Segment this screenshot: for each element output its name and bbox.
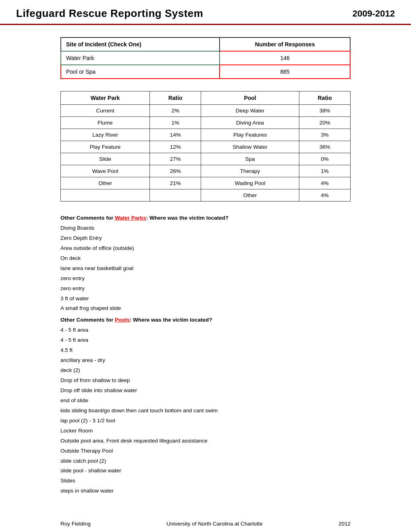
- pools-item: Locker Room: [60, 426, 351, 436]
- page-title: Lifeguard Rescue Reporting System: [16, 7, 203, 20]
- detail-cell: Slide: [61, 153, 150, 165]
- detail-cell: Play Feature: [61, 141, 150, 153]
- main-content: Site of Incident (Check One) Number of R…: [0, 25, 411, 505]
- pools-item: end of slide: [60, 396, 351, 405]
- footer-left: Roy Fielding: [60, 521, 91, 527]
- detail-cell: Other: [201, 189, 299, 202]
- water-parks-label: Other Comments for: [60, 215, 115, 221]
- detail-cell: 2%: [150, 105, 201, 117]
- detail-col-header: Water Park: [61, 91, 150, 105]
- detail-cell: 38%: [299, 105, 351, 117]
- pools-item: steps in shallow water: [60, 486, 351, 496]
- pools-item: slide catch pool (2): [60, 457, 351, 466]
- summary-table-body: Water Park146Pool or Spa885: [61, 51, 350, 79]
- detail-row: Wave Pool26%Therapy1%: [61, 165, 351, 177]
- detail-col-header: Ratio: [150, 91, 201, 105]
- pools-item: Drop of from shallow to deep: [60, 376, 351, 385]
- pools-item: Outside Therapy Pool: [60, 447, 351, 456]
- detail-row: Play Feature12%Shallow Water36%: [61, 141, 351, 153]
- detail-cell: Current: [61, 105, 150, 117]
- summary-row: Pool or Spa885: [61, 65, 350, 79]
- water-parks-item: Diving Boards: [60, 224, 351, 233]
- detail-cell: Lazy River: [61, 129, 150, 141]
- summary-col2-header: Number of Responses: [220, 37, 350, 51]
- water-parks-item: lane area near basketball goal: [60, 264, 351, 273]
- detail-cell: 0%: [299, 153, 351, 165]
- pools-item: kids sliding board/go down then cant tou…: [60, 406, 351, 416]
- detail-cell: 26%: [150, 165, 201, 177]
- water-parks-item: zero entry: [60, 284, 351, 293]
- page-header: Lifeguard Rescue Reporting System 2009-2…: [0, 0, 411, 25]
- detail-row: Flume1%Diving Area20%: [61, 117, 351, 129]
- water-parks-item: 3 ft of water: [60, 294, 351, 303]
- detail-row: Other21%Wading Pool4%: [61, 177, 351, 189]
- summary-site-cell: Water Park: [61, 51, 220, 65]
- detail-row: Current2%Deep Water38%: [61, 105, 351, 117]
- summary-row: Water Park146: [61, 51, 350, 65]
- detail-cell: 3%: [299, 129, 351, 141]
- detail-cell: 12%: [150, 141, 201, 153]
- footer-right: 2012: [338, 521, 351, 527]
- summary-site-cell: Pool or Spa: [61, 65, 220, 79]
- pools-suffix: : Where was the victim located?: [130, 317, 212, 323]
- detail-cell: Flume: [61, 117, 150, 129]
- water-parks-item: On deck: [60, 254, 351, 263]
- detail-cell: Therapy: [201, 165, 299, 177]
- detail-cell: [61, 189, 150, 202]
- detail-cell: 1%: [299, 165, 351, 177]
- detail-col-header: Ratio: [299, 91, 351, 105]
- detail-cell: 14%: [150, 129, 201, 141]
- water-parks-item: zero entry: [60, 274, 351, 283]
- detail-row: Lazy River14%Play Features3%: [61, 129, 351, 141]
- detail-cell: Play Features: [201, 129, 299, 141]
- water-parks-item: Area outside of office (outside): [60, 244, 351, 253]
- water-parks-link: Water Parks: [115, 215, 146, 221]
- water-parks-heading: Other Comments for Water Parks: Where wa…: [60, 214, 351, 223]
- water-parks-item: A small frog shaped slide: [60, 304, 351, 313]
- detail-cell: Wading Pool: [201, 177, 299, 189]
- detail-cell: 20%: [299, 117, 351, 129]
- detail-cell: Deep Water: [201, 105, 299, 117]
- pools-item: lap pool (2) - 3 1/2 foot: [60, 416, 351, 426]
- pools-item: Drop off slide into shallow water: [60, 386, 351, 395]
- detail-header-row: Water ParkRatioPoolRatio: [61, 91, 351, 105]
- pools-item: 4 - 5 ft area: [60, 336, 351, 345]
- summary-count-cell: 146: [220, 51, 350, 65]
- detail-row: Slide27%Spa0%: [61, 153, 351, 165]
- detail-cell: Wave Pool: [61, 165, 150, 177]
- pools-item: 4.5 ft: [60, 346, 351, 355]
- pools-heading: Other Comments for Pools: Where was the …: [60, 316, 351, 325]
- pools-label: Other Comments for: [60, 317, 115, 323]
- summary-col1-header: Site of Incident (Check One): [61, 37, 220, 51]
- pools-link: Pools: [115, 317, 130, 323]
- detail-table-body: Current2%Deep Water38%Flume1%Diving Area…: [61, 105, 351, 202]
- pools-item: Slides: [60, 476, 351, 486]
- pools-item: 4 - 5 ft area: [60, 326, 351, 335]
- detail-table: Water ParkRatioPoolRatio Current2%Deep W…: [60, 91, 351, 202]
- page-year: 2009-2012: [353, 8, 395, 19]
- summary-count-cell: 885: [220, 65, 350, 79]
- summary-header-row: Site of Incident (Check One) Number of R…: [61, 37, 350, 51]
- detail-cell: 1%: [150, 117, 201, 129]
- detail-row: Other4%: [61, 189, 351, 202]
- water-parks-suffix: : Where was the victim located?: [146, 215, 229, 221]
- pools-items: 4 - 5 ft area4 - 5 ft area4.5 ftancillar…: [60, 326, 351, 496]
- detail-cell: Spa: [201, 153, 299, 165]
- pools-item: deck (2): [60, 366, 351, 375]
- detail-cell: Other: [61, 177, 150, 189]
- detail-cell: 4%: [299, 177, 351, 189]
- comments-section: Other Comments for Water Parks: Where wa…: [60, 214, 351, 496]
- detail-cell: Shallow Water: [201, 141, 299, 153]
- footer-center: University of North Carolina at Charlott…: [166, 521, 263, 527]
- summary-table: Site of Incident (Check One) Number of R…: [60, 37, 351, 79]
- detail-cell: 36%: [299, 141, 351, 153]
- pools-item: ancillary area - dry: [60, 356, 351, 365]
- water-parks-items: Diving BoardsZero Depth EntryArea outsid…: [60, 224, 351, 313]
- detail-cell: [150, 189, 201, 202]
- detail-col-header: Pool: [201, 91, 299, 105]
- detail-cell: 21%: [150, 177, 201, 189]
- page-footer: Roy Fielding University of North Carolin…: [0, 513, 411, 531]
- detail-cell: Diving Area: [201, 117, 299, 129]
- pools-item: Outside pool area. Front desk requested …: [60, 436, 351, 446]
- detail-cell: 4%: [299, 189, 351, 202]
